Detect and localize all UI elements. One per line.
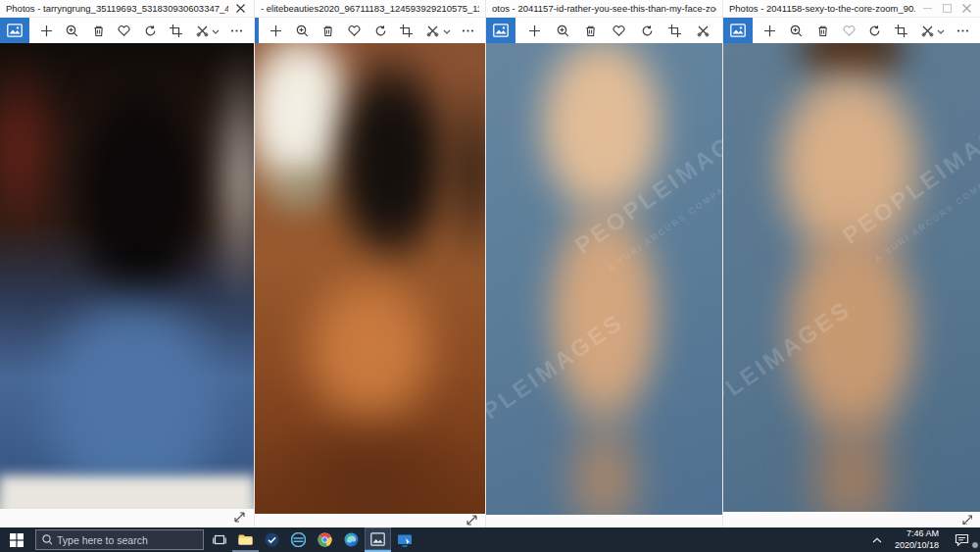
windows-logo-icon: [10, 533, 24, 547]
internet-explorer-button[interactable]: [285, 527, 312, 552]
rotate-icon[interactable]: [141, 22, 159, 39]
chrome-icon: [318, 532, 332, 547]
add-icon[interactable]: [526, 22, 544, 39]
photo-placeholder[interactable]: PEOPLEIMAGES A YURI ARCURS COMPANY PEOPL…: [723, 43, 980, 512]
edit-create-button[interactable]: [918, 22, 945, 39]
photos-window-4: Photos - 2041158-sexy-to-the-core-zoom_9…: [723, 0, 980, 527]
file-explorer-icon: [238, 533, 253, 545]
edit-create-button[interactable]: [193, 22, 220, 39]
task-view-icon: [213, 533, 226, 546]
titlebar[interactable]: Photos - 2041158-sexy-to-the-core-zoom_9…: [723, 0, 980, 18]
photos-logo-icon[interactable]: [0, 18, 29, 43]
rotate-icon[interactable]: [371, 22, 389, 39]
toolbar: [486, 18, 722, 43]
minimize-icon[interactable]: [919, 1, 935, 17]
clock-time: 7:46 AM: [895, 528, 939, 539]
window-bottom-strip: [255, 514, 485, 527]
photo-placeholder[interactable]: [0, 43, 254, 509]
chrome-button[interactable]: [312, 527, 338, 552]
delete-icon[interactable]: [319, 22, 337, 39]
photos-logo-icon[interactable]: [486, 18, 515, 43]
remote-monitor-button[interactable]: [391, 527, 417, 552]
resize-handle-icon[interactable]: [233, 510, 246, 527]
start-button[interactable]: [0, 527, 33, 552]
titlebar[interactable]: otos - 2041157-id-rather-you-see-this-th…: [486, 0, 722, 18]
see-more-icon[interactable]: [954, 22, 971, 39]
window-bottom-strip: [723, 512, 980, 527]
zoom-icon[interactable]: [554, 22, 571, 39]
see-more-icon[interactable]: [459, 22, 476, 39]
favorite-icon[interactable]: [840, 22, 858, 39]
window-bottom-strip: [0, 509, 254, 527]
remote-monitor-icon: [397, 533, 413, 547]
see-more-icon[interactable]: [228, 22, 246, 39]
crop-icon[interactable]: [168, 22, 185, 39]
photo-placeholder[interactable]: PEOPLEIMAGES A YURI ARCURS COMPANY PEOPL…: [486, 43, 722, 515]
close-icon[interactable]: [232, 1, 248, 17]
chevron-down-icon: [212, 22, 220, 39]
close-icon[interactable]: [958, 1, 974, 17]
photos-window-2: - elitebeauties2020_96711183_12459392921…: [255, 0, 485, 527]
add-icon[interactable]: [37, 22, 55, 39]
taskbar-clock[interactable]: 7:46 AM 2020/10/18: [891, 528, 943, 551]
edit-create-button[interactable]: [424, 22, 451, 39]
crop-icon[interactable]: [398, 22, 416, 39]
window-title: - elitebeauties2020_96711183_12459392921…: [261, 3, 479, 14]
photos-app-button[interactable]: [365, 527, 391, 552]
favorite-icon[interactable]: [116, 22, 133, 39]
edit-create-icon: [424, 22, 442, 39]
add-icon[interactable]: [268, 22, 285, 39]
window-title: otos - 2041157-id-rather-you-see-this-th…: [492, 3, 716, 14]
photo-placeholder[interactable]: [255, 43, 485, 514]
action-center-icon: [955, 533, 969, 546]
zoom-icon[interactable]: [64, 22, 81, 39]
zoom-icon[interactable]: [788, 22, 806, 39]
favorite-icon[interactable]: [611, 22, 628, 39]
rotate-icon[interactable]: [638, 22, 656, 39]
window-bottom-strip: [486, 515, 722, 527]
titlebar[interactable]: Photos - tarryngrung_35119693_5318309306…: [0, 0, 254, 18]
notification-badge: [971, 541, 979, 549]
photos-logo-icon[interactable]: [723, 18, 753, 43]
window-title: Photos - 2041158-sexy-to-the-core-zoom_9…: [729, 3, 915, 14]
taskbar-search[interactable]: [35, 529, 204, 550]
action-center-button[interactable]: [947, 533, 976, 546]
crop-icon[interactable]: [666, 22, 684, 39]
edit-create-icon[interactable]: [694, 22, 711, 39]
toolbar: [0, 18, 254, 43]
chevron-down-icon: [443, 22, 451, 39]
resize-handle-icon[interactable]: [961, 511, 972, 528]
edge-icon: [344, 532, 359, 547]
edit-create-icon: [193, 22, 211, 39]
delete-icon[interactable]: [582, 22, 600, 39]
toolbar: [723, 18, 980, 43]
internet-explorer-icon: [291, 532, 306, 547]
rotate-icon[interactable]: [866, 22, 884, 39]
crop-icon[interactable]: [893, 22, 910, 39]
check-app-button[interactable]: [259, 527, 285, 552]
favorite-icon[interactable]: [346, 22, 364, 39]
taskbar-spacer: [417, 527, 867, 552]
window-title: Photos - tarryngrung_35119693_5318309306…: [6, 3, 228, 14]
photos-taskbar-icon: [370, 532, 385, 546]
check-app-icon: [265, 532, 279, 547]
maximize-icon[interactable]: [939, 1, 955, 17]
edit-create-icon: [918, 22, 936, 39]
search-input[interactable]: [57, 534, 197, 546]
chevron-down-icon: [937, 22, 945, 39]
file-explorer-button[interactable]: [232, 527, 259, 552]
photos-window-1: Photos - tarryngrung_35119693_5318309306…: [0, 0, 254, 527]
titlebar[interactable]: - elitebeauties2020_96711183_12459392921…: [255, 0, 485, 18]
edge-button[interactable]: [338, 527, 365, 552]
chevron-up-icon: [872, 537, 882, 543]
desktop: Photos - tarryngrung_35119693_5318309306…: [0, 0, 980, 527]
delete-icon[interactable]: [813, 22, 831, 39]
show-hidden-icons-button[interactable]: [867, 537, 887, 543]
search-icon: [42, 534, 52, 545]
delete-icon[interactable]: [89, 22, 107, 39]
zoom-icon[interactable]: [293, 22, 311, 39]
task-view-button[interactable]: [206, 527, 232, 552]
add-icon[interactable]: [761, 22, 779, 39]
toolbar: [255, 18, 485, 43]
photos-window-3: otos - 2041157-id-rather-you-see-this-th…: [486, 0, 722, 527]
